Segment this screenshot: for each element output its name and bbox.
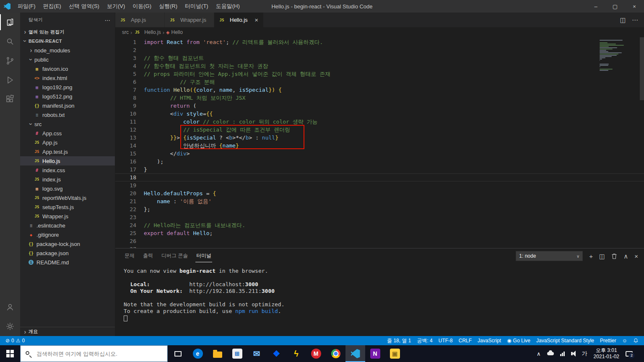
network-icon[interactable] bbox=[560, 352, 565, 356]
tree-item-favicon.ico[interactable]: ▦favicon.ico bbox=[20, 64, 115, 73]
dropbox-icon[interactable]: ❖ bbox=[267, 345, 286, 362]
close-panel-icon[interactable]: × bbox=[634, 253, 638, 259]
status-go-live[interactable]: ◉Go Live bbox=[504, 336, 533, 345]
open-editors-section[interactable]: › 열려 있는 편집기 bbox=[20, 27, 115, 36]
source-control-icon[interactable] bbox=[0, 51, 20, 70]
code-line-11[interactable]: 11 color // color : color 뒤의 color 생략 가능 bbox=[115, 118, 644, 126]
ime-indicator[interactable]: 가 bbox=[582, 350, 587, 357]
menu-item-2[interactable]: 선택 영역(S) bbox=[65, 0, 103, 13]
panel-tab-3[interactable]: 터미널 bbox=[195, 250, 212, 262]
security-app-icon[interactable]: M bbox=[306, 345, 326, 362]
tree-item-reportWebVitals.js[interactable]: JSreportWebVitals.js bbox=[20, 193, 115, 202]
tab-Hello.js[interactable]: JSHello.js× bbox=[214, 13, 264, 27]
editor-scrollbar[interactable] bbox=[640, 37, 644, 100]
code-line-16[interactable]: 16 ); bbox=[115, 158, 644, 165]
bell-icon[interactable] bbox=[630, 336, 641, 345]
code-line-17[interactable]: 17} bbox=[115, 165, 644, 173]
more-actions-icon[interactable]: ⋯ bbox=[632, 16, 638, 24]
action-center-icon[interactable]: 2 bbox=[626, 351, 633, 357]
code-line-13[interactable]: 13 }}> {isSpecial ? <b>*</b> : null} bbox=[115, 134, 644, 142]
tree-item-App.js[interactable]: JSApp.js bbox=[20, 138, 115, 147]
tree-item-Wrapper.js[interactable]: JSWrapper.js bbox=[20, 212, 115, 221]
maximize-button[interactable]: ▢ bbox=[605, 0, 625, 13]
tree-item-App.test.js[interactable]: JSApp.test.js bbox=[20, 147, 115, 156]
project-root-section[interactable]: › BEGIN-REACT bbox=[20, 36, 115, 46]
file-explorer-icon[interactable] bbox=[208, 345, 227, 362]
run-debug-icon[interactable] bbox=[0, 70, 20, 90]
tree-item-manifest.json[interactable]: {}manifest.json bbox=[20, 101, 115, 110]
code-line-5[interactable]: 5// props 파라미터 안에는 App.js에서 넣어준 값이 객체 형태… bbox=[115, 70, 644, 78]
menu-item-1[interactable]: 편집(E) bbox=[39, 0, 65, 13]
code-line-19[interactable]: 19 bbox=[115, 181, 644, 189]
terminal-output[interactable]: You can now view begin-react in the brow… bbox=[115, 264, 644, 336]
tree-item-logo512.png[interactable]: ▦logo512.png bbox=[20, 92, 115, 101]
menu-item-3[interactable]: 보기(V) bbox=[103, 0, 129, 13]
hidden-icons-chevron[interactable]: ∧ bbox=[537, 351, 541, 357]
tree-item-README.md[interactable]: iREADME.md bbox=[20, 258, 115, 267]
tab-App.js[interactable]: JSApp.js bbox=[115, 13, 165, 27]
panel-tab-2[interactable]: 디버그 콘솔 bbox=[161, 250, 189, 262]
task-view-button[interactable] bbox=[168, 345, 188, 362]
taskbar-search[interactable] bbox=[20, 345, 168, 362]
tree-item-robots.txt[interactable]: ≡robots.txt bbox=[20, 110, 115, 119]
status-language-mode[interactable]: JavaScript bbox=[475, 336, 504, 345]
code-line-26[interactable]: 26 bbox=[115, 237, 644, 245]
new-terminal-icon[interactable]: + bbox=[589, 253, 593, 259]
more-actions-icon[interactable]: ⋯ bbox=[105, 17, 111, 23]
code-line-18[interactable]: 18 bbox=[115, 173, 644, 181]
tree-item-.gitignore[interactable]: ◆.gitignore bbox=[20, 230, 115, 239]
code-line-4[interactable]: 4// 함수형태 컴포넌트의 첫 자리는 대문자 권장 bbox=[115, 62, 644, 70]
breadcrumb-item[interactable]: Hello bbox=[171, 29, 183, 35]
settings-gear-icon[interactable] bbox=[0, 317, 20, 336]
status-js-standard-style[interactable]: JavaScript Standard Style bbox=[533, 336, 597, 345]
kill-terminal-icon[interactable] bbox=[611, 253, 617, 259]
minimize-button[interactable]: – bbox=[586, 0, 605, 13]
code-line-14[interactable]: 14 안녕하십니까 {name} bbox=[115, 142, 644, 150]
tree-item-logo192.png[interactable]: ▦logo192.png bbox=[20, 83, 115, 92]
menu-item-4[interactable]: 이동(G) bbox=[129, 0, 155, 13]
onedrive-icon[interactable] bbox=[547, 352, 554, 355]
code-line-15[interactable]: 15 </div> bbox=[115, 150, 644, 158]
edge-icon[interactable]: e bbox=[188, 345, 208, 362]
search-icon[interactable] bbox=[0, 32, 20, 51]
problems-indicator[interactable]: ⊘ 0 ⚠ 0 bbox=[3, 336, 28, 345]
tree-item-package-lock.json[interactable]: {}package-lock.json bbox=[20, 239, 115, 248]
yellow-app-icon[interactable]: ▣ bbox=[385, 345, 405, 362]
close-button[interactable]: × bbox=[625, 0, 644, 13]
volume-icon[interactable] bbox=[571, 351, 576, 357]
code-editor[interactable]: 1import React from 'react'; // 리액트를 불러와서… bbox=[115, 37, 644, 248]
code-line-1[interactable]: 1import React from 'react'; // 리액트를 불러와서… bbox=[115, 38, 644, 46]
tree-item-Hello.js[interactable]: JSHello.js bbox=[20, 156, 115, 165]
code-line-21[interactable]: 21 name : '이름 없음' bbox=[115, 197, 644, 205]
outline-section[interactable]: › 개요 bbox=[20, 327, 115, 336]
tree-item-src[interactable]: ›src bbox=[20, 119, 115, 129]
tree-item-public[interactable]: ›public bbox=[20, 55, 115, 64]
menu-item-7[interactable]: 도움말(H) bbox=[212, 0, 244, 13]
code-line-20[interactable]: 20Hello.defaultProps = { bbox=[115, 189, 644, 197]
code-line-25[interactable]: 25export default Hello; bbox=[115, 229, 644, 237]
search-input[interactable] bbox=[20, 345, 168, 362]
code-line-24[interactable]: 24// Hello라는 컴포넌트를 내보내겠다. bbox=[115, 221, 644, 229]
start-button[interactable] bbox=[0, 345, 20, 362]
code-line-9[interactable]: 9 return ( bbox=[115, 102, 644, 110]
onenote-icon[interactable]: N bbox=[365, 345, 385, 362]
menu-item-5[interactable]: 실행(R) bbox=[155, 0, 181, 13]
terminal-shell-selector[interactable]: 1: node ∨ bbox=[516, 251, 583, 261]
tree-item-.eslintcache[interactable]: ≡.eslintcache bbox=[20, 221, 115, 230]
vscode-icon[interactable] bbox=[345, 345, 365, 362]
status-prettier[interactable]: Prettier bbox=[597, 336, 619, 345]
tree-item-logo.svg[interactable]: ▦logo.svg bbox=[20, 184, 115, 193]
code-line-3[interactable]: 3// 함수 형태 컴포넌트 bbox=[115, 54, 644, 62]
code-line-2[interactable]: 2 bbox=[115, 46, 644, 54]
code-line-7[interactable]: 7function Hello({color, name, isSpecial}… bbox=[115, 86, 644, 94]
code-line-10[interactable]: 10 <div style={{ bbox=[115, 110, 644, 118]
lightning-app-icon[interactable]: ϟ bbox=[286, 345, 306, 362]
account-icon[interactable] bbox=[0, 297, 20, 317]
panel-tab-1[interactable]: 출력 bbox=[142, 250, 154, 262]
panel-tab-0[interactable]: 문제 bbox=[124, 250, 135, 262]
split-editor-icon[interactable]: ◫ bbox=[620, 16, 626, 24]
code-line-6[interactable]: 6 // 구조 분해 bbox=[115, 78, 644, 86]
tree-item-index.html[interactable]: <>index.html bbox=[20, 73, 115, 83]
close-icon[interactable]: × bbox=[254, 16, 259, 23]
minimap[interactable] bbox=[600, 40, 637, 73]
